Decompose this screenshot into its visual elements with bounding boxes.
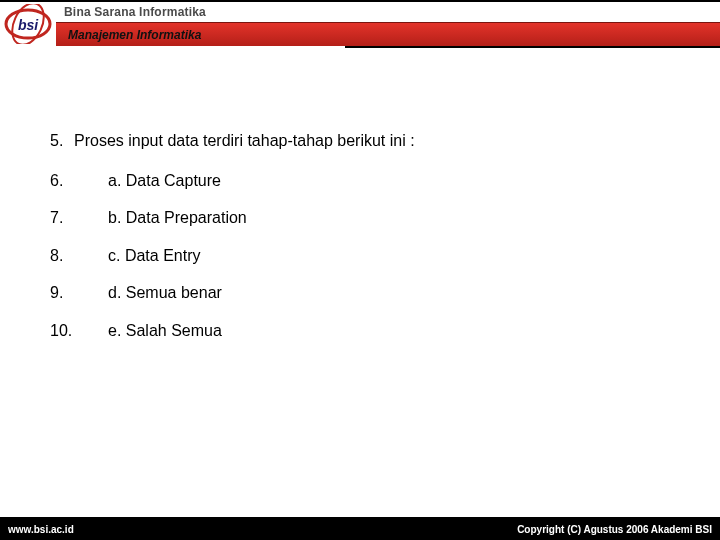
slide-body: 5. Proses input data terdiri tahap-tahap… (50, 132, 415, 360)
option-number: 8. (50, 247, 108, 265)
slide-header: bsi Bina Sarana Informatika Manajemen In… (0, 0, 720, 46)
option-text: d. Semua benar (108, 284, 222, 302)
option-row: 9. d. Semua benar (50, 284, 415, 302)
footer-right: Copyright (C) Agustus 2006 Akademi BSI (517, 524, 712, 535)
option-row: 7. b. Data Preparation (50, 209, 415, 227)
question-number: 5. (50, 132, 74, 150)
option-number: 7. (50, 209, 108, 227)
option-number: 10. (50, 322, 108, 340)
option-text: b. Data Preparation (108, 209, 247, 227)
option-text: c. Data Entry (108, 247, 200, 265)
header-underline (345, 46, 720, 48)
dept-name: Manajemen Informatika (56, 22, 720, 46)
header-titles: Bina Sarana Informatika Manajemen Inform… (56, 2, 720, 46)
question-text: Proses input data terdiri tahap-tahap be… (74, 132, 415, 150)
question-row: 5. Proses input data terdiri tahap-tahap… (50, 132, 415, 150)
bsi-logo: bsi (0, 2, 56, 46)
option-row: 6. a. Data Capture (50, 172, 415, 190)
option-text: a. Data Capture (108, 172, 221, 190)
option-row: 8. c. Data Entry (50, 247, 415, 265)
option-number: 9. (50, 284, 108, 302)
option-number: 6. (50, 172, 108, 190)
org-name: Bina Sarana Informatika (56, 2, 720, 22)
slide-footer: www.bsi.ac.id Copyright (C) Agustus 2006… (0, 519, 720, 540)
svg-text:bsi: bsi (18, 17, 39, 33)
footer-left: www.bsi.ac.id (8, 524, 74, 535)
option-row: 10. e. Salah Semua (50, 322, 415, 340)
option-text: e. Salah Semua (108, 322, 222, 340)
